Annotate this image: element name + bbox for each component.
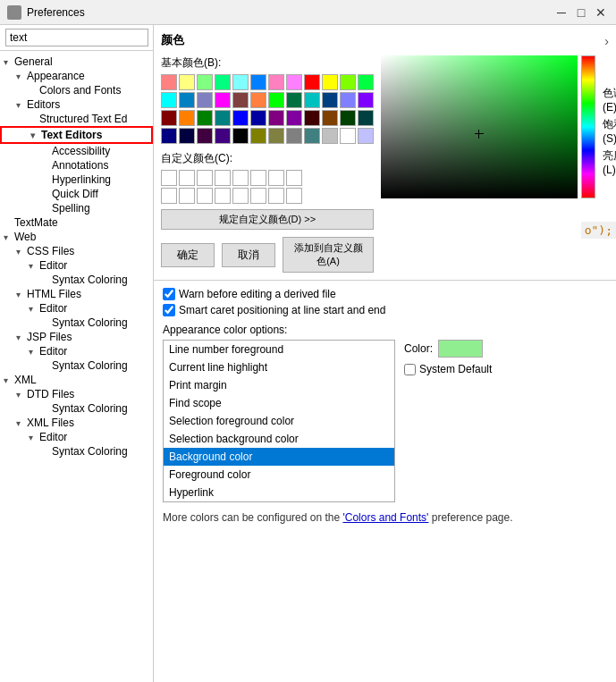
warn-derived-checkbox[interactable] — [163, 288, 175, 300]
basic-color-swatch[interactable] — [322, 110, 338, 126]
basic-color-swatch[interactable] — [215, 110, 231, 126]
custom-color-swatch[interactable] — [268, 170, 284, 186]
ok-button[interactable]: 确定 — [161, 243, 215, 267]
sidebar-item-annotations[interactable]: Annotations — [0, 158, 153, 173]
basic-color-swatch[interactable] — [179, 128, 195, 144]
option-item-selection-bg[interactable]: Selection background color — [164, 430, 394, 448]
option-item-current-line[interactable]: Current line highlight — [164, 358, 394, 376]
sidebar-item-quick-diff[interactable]: Quick Diff — [0, 187, 153, 201]
sidebar-item-syntax-coloring-html[interactable]: Syntax Coloring — [0, 316, 153, 330]
basic-color-swatch[interactable] — [215, 128, 231, 144]
basic-color-swatch[interactable] — [179, 74, 195, 90]
basic-color-swatch[interactable] — [304, 92, 320, 108]
basic-color-swatch[interactable] — [340, 74, 356, 90]
basic-color-swatch[interactable] — [304, 110, 320, 126]
custom-color-swatch[interactable] — [250, 170, 266, 186]
basic-color-swatch[interactable] — [232, 92, 249, 108]
sidebar-item-editor-xml[interactable]: ▾Editor — [0, 430, 153, 444]
sidebar-item-editor-jsp[interactable]: ▾Editor — [0, 344, 153, 358]
basic-color-swatch[interactable] — [197, 128, 213, 144]
sidebar-item-html-files[interactable]: ▾HTML Files — [0, 287, 153, 301]
sidebar-item-syntax-coloring-dtd[interactable]: Syntax Coloring — [0, 401, 153, 416]
basic-color-swatch[interactable] — [322, 92, 338, 108]
sidebar-item-colors-fonts[interactable]: Colors and Fonts — [0, 83, 153, 97]
smart-caret-checkbox[interactable] — [163, 304, 175, 316]
basic-color-swatch[interactable] — [340, 92, 356, 108]
option-item-foreground-color[interactable]: Foreground color — [164, 466, 394, 484]
basic-color-swatch[interactable] — [161, 74, 177, 90]
option-item-selection-fg[interactable]: Selection foreground color — [164, 412, 394, 430]
basic-color-swatch[interactable] — [286, 74, 302, 90]
sidebar-item-xml[interactable]: ▾XML — [0, 373, 153, 387]
custom-color-swatch[interactable] — [197, 170, 213, 186]
basic-color-swatch[interactable] — [322, 128, 338, 144]
basic-color-swatch[interactable] — [358, 128, 374, 144]
basic-color-swatch[interactable] — [322, 74, 338, 90]
system-default-checkbox[interactable] — [404, 364, 416, 375]
sidebar-item-spelling[interactable]: Spelling — [0, 201, 153, 215]
basic-color-swatch[interactable] — [268, 92, 284, 108]
custom-color-swatch[interactable] — [286, 188, 302, 204]
basic-color-swatch[interactable] — [286, 128, 302, 144]
basic-color-swatch[interactable] — [304, 128, 320, 144]
basic-color-swatch[interactable] — [197, 74, 213, 90]
basic-color-swatch[interactable] — [215, 74, 231, 90]
gradient-picker[interactable] — [381, 55, 578, 198]
close-button[interactable]: ✕ — [593, 4, 609, 21]
add-custom-button[interactable]: 添加到自定义颜色(A) — [283, 237, 374, 273]
custom-color-swatch[interactable] — [232, 170, 249, 186]
color-preview-box[interactable] — [438, 340, 483, 358]
minimize-button[interactable]: ─ — [553, 4, 570, 21]
basic-color-swatch[interactable] — [340, 128, 356, 144]
sidebar-item-appearance[interactable]: ▾Appearance — [0, 69, 153, 83]
sidebar-item-jsp-files[interactable]: ▾JSP Files — [0, 330, 153, 344]
custom-color-swatch[interactable] — [268, 188, 284, 204]
basic-color-swatch[interactable] — [358, 92, 374, 108]
basic-color-swatch[interactable] — [250, 110, 266, 126]
basic-color-swatch[interactable] — [161, 128, 177, 144]
sidebar-item-dtd-files[interactable]: ▾DTD Files — [0, 387, 153, 401]
sidebar-item-structured-text-ed[interactable]: Structured Text Ed — [0, 112, 153, 126]
custom-color-swatch[interactable] — [179, 188, 195, 204]
sidebar-item-general[interactable]: ▾General — [0, 55, 153, 69]
basic-color-swatch[interactable] — [197, 92, 213, 108]
option-item-find-scope[interactable]: Find scope — [164, 394, 394, 412]
custom-color-swatch[interactable] — [161, 170, 177, 186]
basic-color-swatch[interactable] — [286, 92, 302, 108]
search-input[interactable] — [5, 29, 148, 46]
option-item-background-color[interactable]: Background color — [164, 448, 394, 466]
basic-color-swatch[interactable] — [232, 128, 249, 144]
sidebar-item-accessibility[interactable]: Accessibility — [0, 144, 153, 158]
custom-color-swatch[interactable] — [215, 170, 231, 186]
custom-color-swatch[interactable] — [232, 188, 249, 204]
sidebar-item-hyperlinking[interactable]: Hyperlinking — [0, 173, 153, 187]
cancel-button[interactable]: 取消 — [222, 243, 275, 267]
basic-color-swatch[interactable] — [232, 110, 249, 126]
basic-color-swatch[interactable] — [268, 74, 284, 90]
sidebar-item-syntax-coloring-jsp[interactable]: Syntax Coloring — [0, 358, 153, 373]
custom-color-swatch[interactable] — [161, 188, 177, 204]
basic-color-swatch[interactable] — [358, 74, 374, 90]
basic-color-swatch[interactable] — [286, 110, 302, 126]
sidebar-item-syntax-coloring-xml[interactable]: Syntax Coloring — [0, 444, 153, 459]
sidebar-item-editor-html[interactable]: ▾Editor — [0, 301, 153, 316]
sidebar-item-editor-css[interactable]: ▾Editor — [0, 258, 153, 273]
basic-color-swatch[interactable] — [268, 128, 284, 144]
basic-color-swatch[interactable] — [161, 92, 177, 108]
footer-link[interactable]: 'Colors and Fonts' — [342, 511, 428, 524]
basic-color-swatch[interactable] — [358, 110, 374, 126]
basic-color-swatch[interactable] — [250, 128, 266, 144]
custom-color-swatch[interactable] — [197, 188, 213, 204]
basic-color-swatch[interactable] — [250, 74, 266, 90]
custom-color-swatch[interactable] — [286, 170, 302, 186]
basic-color-swatch[interactable] — [340, 110, 356, 126]
basic-color-swatch[interactable] — [179, 110, 195, 126]
basic-color-swatch[interactable] — [197, 110, 213, 126]
sidebar-item-text-editors[interactable]: ▾Text Editors — [0, 126, 153, 144]
basic-color-swatch[interactable] — [215, 92, 231, 108]
hue-slider[interactable] — [581, 55, 595, 198]
sidebar-item-css-files[interactable]: ▾CSS Files — [0, 244, 153, 258]
sidebar-item-editors[interactable]: ▾Editors — [0, 97, 153, 112]
define-custom-button[interactable]: 规定自定义颜色(D) >> — [161, 209, 374, 230]
sidebar-item-syntax-coloring-css[interactable]: Syntax Coloring — [0, 273, 153, 287]
